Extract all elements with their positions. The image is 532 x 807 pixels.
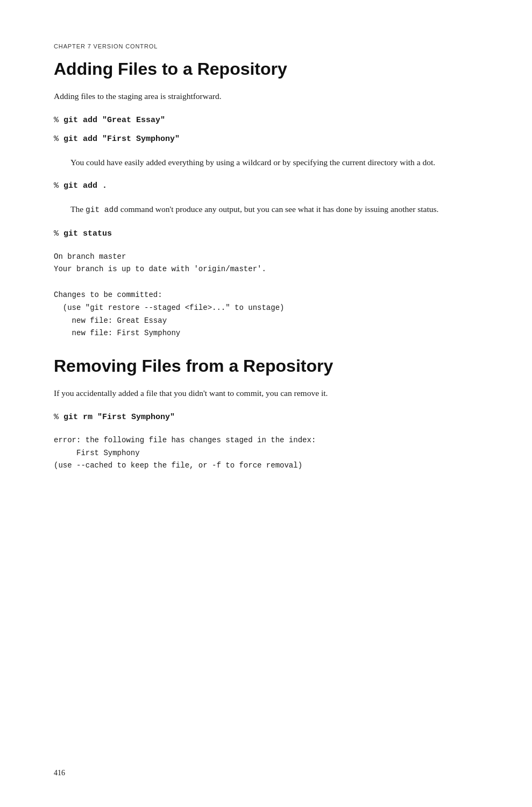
git-status-output: On branch master Your branch is up to da…: [54, 251, 478, 341]
cmd-bold-4: git status: [63, 229, 112, 238]
cmd-git-rm: % git rm "First Symphony": [54, 410, 478, 424]
cmd-percent-4: %: [54, 229, 63, 238]
cmd-percent-5: %: [54, 413, 63, 422]
chapter-header: CHAPTER 7 VERSION CONTROL: [54, 43, 478, 49]
page: CHAPTER 7 VERSION CONTROL Adding Files t…: [0, 0, 532, 807]
section2-intro: If you accidentally added a file that yo…: [54, 387, 478, 400]
cmd-bold-1: git add "Great Essay": [63, 116, 165, 125]
cmd-bold-2: git add "First Symphony": [63, 134, 180, 144]
para2-text-b: command won't produce any output, but yo…: [118, 204, 439, 214]
cmd-percent-2: %: [54, 134, 63, 144]
cmd-git-add-great-essay: % git add "Great Essay": [54, 113, 478, 128]
cmd-git-status: % git status: [54, 226, 478, 241]
page-number: 416: [54, 769, 65, 777]
section1-intro: Adding files to the staging area is stra…: [54, 90, 478, 103]
cmd-bold-5: git rm "First Symphony": [63, 413, 175, 422]
cmd-git-add-first-symphony: % git add "First Symphony": [54, 132, 478, 146]
section2-title: Removing Files from a Repository: [54, 356, 478, 376]
section1-para1: You could have easily added everything b…: [54, 156, 478, 169]
section1-para2: The git add command won't produce any ou…: [54, 203, 478, 216]
section1-title: Adding Files to a Repository: [54, 59, 478, 79]
para2-text-a: The: [70, 204, 86, 214]
cmd-percent-1: %: [54, 116, 63, 125]
section2-container: Removing Files from a Repository If you …: [54, 356, 478, 472]
para2-code: git add: [86, 206, 118, 214]
cmd-git-add-dot: % git add .: [54, 179, 478, 193]
git-rm-output: error: the following file has changes st…: [54, 434, 478, 472]
cmd-percent-3: %: [54, 181, 63, 190]
cmd-bold-3: git add .: [63, 181, 107, 190]
